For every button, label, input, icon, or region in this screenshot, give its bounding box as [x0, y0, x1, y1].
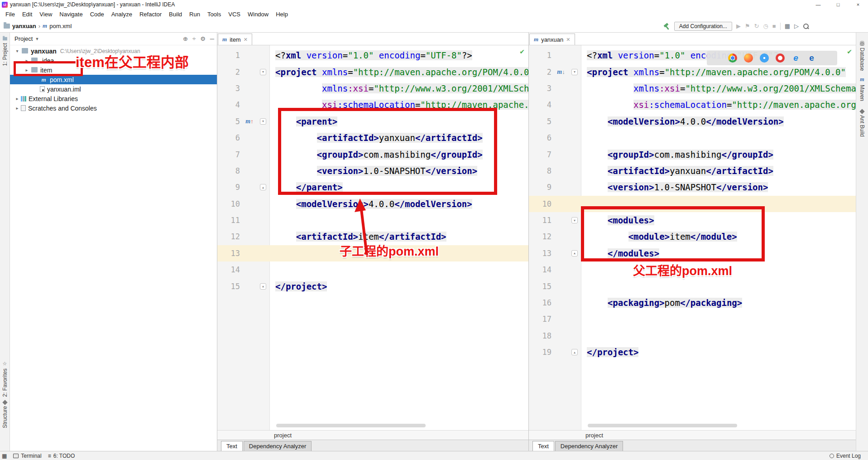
code-line[interactable]: 3 xmlns:xsi="http://www.w3.org/2001/XMLS… [529, 80, 856, 97]
project-structure-icon[interactable]: ▦ [785, 23, 790, 29]
stop-icon[interactable]: ■ [772, 23, 776, 29]
menu-item-view[interactable]: View [36, 10, 56, 19]
tab-dependency-analyzer[interactable]: Dependency Analyzer [244, 441, 312, 451]
code-line[interactable]: 7 <groupId>com.mashibing</groupId> [529, 146, 856, 162]
editor-breadcrumb[interactable]: project [217, 430, 528, 440]
event-log-button[interactable]: Event Log [830, 453, 861, 459]
structure-stripe-button[interactable]: Structure [0, 401, 10, 428]
firefox-icon[interactable] [744, 53, 753, 63]
tree-row-yanxuan-iml[interactable]: yanxuan.iml [10, 84, 217, 94]
maven-stripe-button[interactable]: m Maven [856, 76, 868, 101]
chevron-down-icon[interactable]: ▾ [14, 48, 21, 53]
menu-item-vcs[interactable]: VCS [225, 10, 244, 19]
favorites-stripe-button[interactable]: ☆ 2: Favorites [0, 361, 10, 397]
minimize-button[interactable]: — [808, 0, 828, 9]
chevron-right-icon[interactable]: ▸ [14, 106, 21, 111]
menu-item-analyze[interactable]: Analyze [108, 10, 136, 19]
tree-row-pom-xml[interactable]: mpom.xml [10, 75, 217, 84]
code-line[interactable]: 16 <packaging>pom</packaging> [529, 295, 856, 311]
menu-item-edit[interactable]: Edit [19, 10, 36, 19]
tab-text[interactable]: Text [532, 441, 554, 451]
hide-panel-icon[interactable]: ─ [210, 35, 214, 42]
menu-item-tools[interactable]: Tools [204, 10, 225, 19]
code-line[interactable]: 15▴</project> [217, 278, 528, 294]
close-tab-icon[interactable]: ✕ [566, 37, 570, 43]
line-number: 6 [217, 133, 243, 142]
code-line[interactable]: 4 xsi:schemaLocation="http://maven.apach… [529, 97, 856, 113]
build-hammer-icon[interactable] [663, 23, 670, 30]
menu-item-code[interactable]: Code [86, 10, 108, 19]
fold-marker[interactable]: ▾ [568, 217, 581, 223]
locate-file-icon[interactable]: ⊕ [183, 35, 188, 42]
close-tab-icon[interactable]: ✕ [244, 37, 248, 43]
tab-yanxuan[interactable]: m yanxuan ✕ [529, 34, 575, 45]
menu-item-file[interactable]: File [2, 10, 19, 19]
debug-icon[interactable]: ⚑ [745, 23, 750, 29]
code-line[interactable]: 14 [217, 261, 528, 278]
menu-item-run[interactable]: Run [186, 10, 204, 19]
run-icon[interactable]: ▶ [736, 23, 741, 29]
project-stripe-button[interactable]: 1: Project [0, 36, 10, 66]
editor-breadcrumb[interactable]: project [529, 430, 856, 440]
gear-icon[interactable]: ⚙ [200, 35, 206, 42]
horizontal-scrollbar[interactable] [276, 424, 426, 427]
collapse-all-icon[interactable]: ÷ [192, 35, 196, 42]
tab-item[interactable]: m item ✕ [218, 34, 252, 45]
tree-row-external-libraries[interactable]: ▸External Libraries [10, 94, 217, 103]
code-line[interactable]: 6 [529, 130, 856, 146]
profile-icon[interactable]: ◷ [763, 23, 768, 29]
terminal-button[interactable]: Terminal [13, 453, 41, 459]
chrome-icon[interactable] [728, 53, 737, 63]
ant-build-stripe-button[interactable]: Ant Build [856, 110, 868, 137]
code-line[interactable]: 15 [529, 278, 856, 294]
breadcrumb-root[interactable]: yanxuan [12, 23, 36, 29]
edge-icon[interactable]: e [807, 53, 816, 63]
horizontal-scrollbar[interactable] [588, 424, 737, 427]
maven-gutter-icon[interactable]: m↑ [243, 117, 256, 125]
fold-marker[interactable]: ▾ [568, 69, 581, 75]
line-number: 2 [217, 68, 243, 77]
code-line[interactable]: 2m↓▾<project xmlns="http://maven.apache.… [529, 63, 856, 80]
breadcrumb-file[interactable]: pom.xml [49, 23, 72, 29]
menu-item-build[interactable]: Build [165, 10, 186, 19]
code-line[interactable]: 3 xmlns:xsi="http://www.w3.org/2001/XMLS… [217, 80, 528, 97]
fold-marker[interactable]: ▾ [256, 69, 270, 75]
fold-marker[interactable]: ▴ [568, 349, 581, 355]
todo-button[interactable]: ≡ 6: TODO [48, 453, 75, 459]
inspections-ok-icon[interactable]: ✔ [519, 48, 525, 55]
fold-marker[interactable]: ▴ [568, 250, 581, 257]
menu-item-refactor[interactable]: Refactor [136, 10, 165, 19]
fold-marker[interactable]: ▾ [256, 118, 270, 125]
menu-item-help[interactable]: Help [272, 10, 292, 19]
add-configuration-button[interactable]: Add Configuration... [674, 22, 732, 31]
coverage-icon[interactable]: ↻ [754, 23, 759, 29]
code-line[interactable]: 2▾<project xmlns="http://maven.apache.or… [217, 63, 528, 80]
project-view-dropdown[interactable]: Project [14, 35, 33, 42]
code-line[interactable]: 8 <artifactId>yanxuan</artifactId> [529, 163, 856, 179]
fold-marker[interactable]: ▴ [256, 184, 270, 190]
fold-marker[interactable]: ▴ [256, 283, 270, 290]
code-line[interactable]: 1<?xml version="1.0" encoding="UTF-8"?> [217, 47, 528, 63]
search-icon[interactable] [803, 23, 809, 29]
menu-item-window[interactable]: Window [244, 10, 272, 19]
maven-gutter-icon[interactable]: m↓ [554, 68, 568, 76]
run-anything-icon[interactable]: ▷ [794, 23, 799, 29]
database-stripe-button[interactable]: Database [856, 41, 868, 71]
code-line[interactable]: 17 [529, 311, 856, 327]
tab-text[interactable]: Text [221, 441, 243, 451]
chevron-right-icon[interactable]: ▸ [14, 96, 21, 101]
menu-item-navigate[interactable]: Navigate [56, 10, 86, 19]
code-line[interactable]: 19▴</project> [529, 344, 856, 360]
code-line[interactable]: 5 <modelVersion>4.0.0</modelVersion> [529, 113, 856, 130]
close-button[interactable]: × [848, 0, 868, 9]
tool-window-switcher-icon[interactable]: ▦ [2, 453, 7, 459]
ie-icon[interactable]: e [791, 53, 801, 63]
tab-dependency-analyzer[interactable]: Dependency Analyzer [555, 441, 623, 451]
safari-icon[interactable] [760, 53, 769, 63]
opera-icon[interactable] [776, 53, 785, 63]
code-line[interactable]: 9 <version>1.0-SNAPSHOT</version> [529, 179, 856, 195]
tree-row-scratches-and-consoles[interactable]: ▸Scratches and Consoles [10, 103, 217, 113]
code-line[interactable]: 18 [529, 328, 856, 344]
inspections-ok-icon[interactable]: ✔ [847, 48, 852, 55]
maximize-button[interactable]: □ [828, 0, 848, 9]
